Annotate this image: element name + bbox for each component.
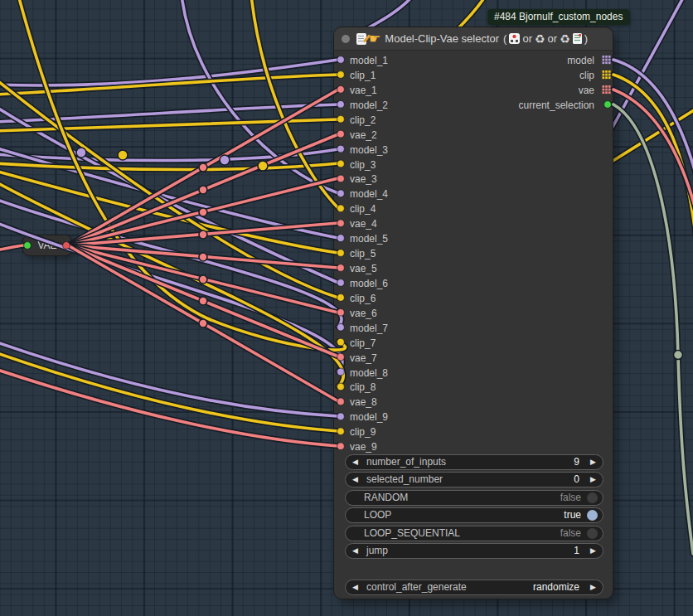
input-label-clip_4: clip_4 xyxy=(350,203,376,215)
input-label-vae_5: vae_5 xyxy=(350,263,377,274)
input-label-vae_8: vae_8 xyxy=(350,396,377,408)
decrement-arrow-icon[interactable]: ◀ xyxy=(352,580,358,594)
input-label-vae_7: vae_7 xyxy=(350,352,377,364)
toggle-dot[interactable] xyxy=(587,510,598,521)
input-row-model_1: model_1 xyxy=(350,54,388,67)
input-label-model_7: model_7 xyxy=(350,323,388,334)
recycle-icon: ♻ xyxy=(560,33,570,45)
vae-node-title: VAE xyxy=(37,240,56,251)
input-row-model_9: model_9 xyxy=(350,410,388,424)
input-label-clip_6: clip_6 xyxy=(350,293,376,304)
widget-label: selected_number xyxy=(366,473,443,487)
increment-arrow-icon[interactable]: ▶ xyxy=(590,544,596,558)
output-row-vae: vae xyxy=(579,84,594,97)
collapse-dot[interactable] xyxy=(342,35,350,43)
input-label-model_1: model_1 xyxy=(350,55,388,66)
input-row-vae_9: vae_9 xyxy=(350,440,377,454)
widget-label: RANDOM xyxy=(364,491,408,505)
input-row-vae_5: vae_5 xyxy=(350,262,377,275)
widget-value: true xyxy=(564,508,581,522)
widget-control_after_generate[interactable]: ◀▶control_after_generaterandomize xyxy=(345,580,603,595)
increment-arrow-icon[interactable]: ▶ xyxy=(590,580,596,594)
paren-close: ) xyxy=(584,32,588,45)
widget-label: LOOP_SEQUENTIAL xyxy=(364,526,460,541)
recycle-icon: ♻ xyxy=(535,33,545,45)
input-label-vae_1: vae_1 xyxy=(350,85,377,96)
widget-jump[interactable]: ◀▶jump1 xyxy=(345,543,603,559)
output-row-clip: clip xyxy=(579,69,594,82)
input-label-vae_4: vae_4 xyxy=(350,218,377,230)
input-label-model_9: model_9 xyxy=(350,411,388,423)
toggle-dot[interactable] xyxy=(587,492,598,503)
model-clip-vae-selector-node[interactable]: ☛ Model-Clip-Vae selector ( or ♻ or ♻ ) … xyxy=(333,27,613,599)
input-label-clip_9: clip_9 xyxy=(350,426,376,438)
input-row-vae_3: vae_3 xyxy=(350,172,377,186)
output-label-model: model xyxy=(567,55,594,66)
output-row-current_selection: current_selection xyxy=(519,99,594,112)
input-label-model_2: model_2 xyxy=(350,99,388,111)
increment-arrow-icon[interactable]: ▶ xyxy=(590,473,596,487)
input-row-clip_7: clip_7 xyxy=(350,337,376,350)
widget-random[interactable]: RANDOMfalse xyxy=(345,490,603,506)
input-row-model_8: model_8 xyxy=(350,366,388,380)
input-row-vae_7: vae_7 xyxy=(350,352,377,365)
pointing-right-icon: ☛ xyxy=(369,33,380,45)
input-label-vae_2: vae_2 xyxy=(350,129,377,141)
decrement-arrow-icon[interactable]: ◀ xyxy=(352,455,358,469)
node-id-badge: #484 Bjornulf_custom_nodes xyxy=(487,9,629,25)
output-label-vae: vae xyxy=(579,85,594,96)
input-row-clip_8: clip_8 xyxy=(350,381,376,394)
input-label-model_3: model_3 xyxy=(350,144,388,156)
vae-node[interactable]: VAE xyxy=(22,235,72,256)
output-row-model: model xyxy=(567,54,594,67)
node-title-text: Model-Clip-Vae selector xyxy=(385,32,499,45)
widget-number_of_inputs[interactable]: ◀▶number_of_inputs9 xyxy=(345,454,603,470)
input-label-clip_7: clip_7 xyxy=(350,337,376,349)
input-row-vae_6: vae_6 xyxy=(350,307,377,320)
input-row-model_5: model_5 xyxy=(350,232,388,245)
input-row-clip_9: clip_9 xyxy=(350,425,376,439)
input-label-model_4: model_4 xyxy=(350,188,388,200)
paren-open: ( xyxy=(503,32,506,45)
memo-icon xyxy=(356,33,366,45)
input-row-model_2: model_2 xyxy=(350,99,388,112)
input-label-clip_5: clip_5 xyxy=(350,248,376,259)
input-label-clip_2: clip_2 xyxy=(350,114,376,126)
input-row-clip_3: clip_3 xyxy=(350,158,376,172)
widget-loop[interactable]: LOOPtrue xyxy=(345,507,603,523)
or-separator: or xyxy=(548,32,558,45)
toggle-dot[interactable] xyxy=(587,528,598,539)
input-row-clip_1: clip_1 xyxy=(350,69,376,82)
or-separator: or xyxy=(522,32,532,45)
input-label-model_8: model_8 xyxy=(350,367,388,379)
output-label-current_selection: current_selection xyxy=(519,99,594,111)
node-title-bar[interactable]: ☛ Model-Clip-Vae selector ( or ♻ or ♻ ) xyxy=(334,27,613,51)
input-label-vae_6: vae_6 xyxy=(350,308,377,319)
widget-value: 9 xyxy=(574,455,579,469)
widget-value: false xyxy=(560,526,581,541)
input-row-model_7: model_7 xyxy=(350,322,388,335)
die-icon xyxy=(509,33,520,44)
widget-label: LOOP xyxy=(364,508,391,522)
widget-selected_number[interactable]: ◀▶selected_number0 xyxy=(345,472,603,487)
input-row-clip_2: clip_2 xyxy=(350,114,376,127)
input-label-clip_1: clip_1 xyxy=(350,70,376,81)
widget-value: false xyxy=(560,491,581,505)
input-row-clip_4: clip_4 xyxy=(350,202,376,216)
widget-loop_sequential[interactable]: LOOP_SEQUENTIALfalse xyxy=(345,526,603,541)
input-row-vae_2: vae_2 xyxy=(350,129,377,142)
widget-value: randomize xyxy=(533,580,579,594)
widget-value: 0 xyxy=(574,473,579,487)
page-icon xyxy=(573,33,582,44)
input-label-model_6: model_6 xyxy=(350,278,388,289)
input-row-model_4: model_4 xyxy=(350,187,388,201)
decrement-arrow-icon[interactable]: ◀ xyxy=(352,473,358,487)
decrement-arrow-icon[interactable]: ◀ xyxy=(352,544,358,558)
widget-label: jump xyxy=(366,544,388,558)
increment-arrow-icon[interactable]: ▶ xyxy=(590,455,596,469)
input-row-clip_6: clip_6 xyxy=(350,292,376,305)
input-row-vae_4: vae_4 xyxy=(350,217,377,230)
input-label-vae_3: vae_3 xyxy=(350,173,377,185)
widget-label: number_of_inputs xyxy=(366,455,446,469)
widget-value: 1 xyxy=(574,544,579,558)
